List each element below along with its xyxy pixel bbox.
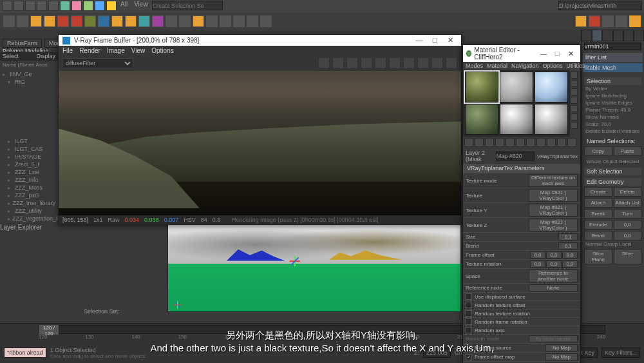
- side-tool[interactable]: [571, 88, 578, 95]
- bevel-button[interactable]: Bevel: [584, 231, 612, 240]
- maximize-button[interactable]: □: [428, 36, 442, 44]
- menu-utilities[interactable]: Utilities: [567, 63, 585, 69]
- param-spinner[interactable]: 0,0: [530, 251, 545, 259]
- side-tool[interactable]: [571, 122, 578, 129]
- modifier-list[interactable]: lifier List: [583, 53, 643, 62]
- ico[interactable]: [616, 15, 627, 27]
- tool-btn[interactable]: [71, 1, 82, 11]
- menu-material[interactable]: Material: [487, 63, 507, 69]
- vray-titlebar[interactable]: V-Ray Frame Buffer - [200,0% of 798 x 39…: [59, 35, 461, 46]
- tree-item[interactable]: ▸ZZZ_tree_library: [1, 199, 57, 207]
- layer-explorer-tab[interactable]: Layer Explorer: [0, 224, 58, 231]
- ico[interactable]: [3, 15, 15, 27]
- type-label[interactable]: VRayTriplanarTex: [537, 153, 578, 159]
- opt[interactable]: Ignore Visible Edges: [584, 99, 641, 106]
- menu-file[interactable]: File: [62, 47, 73, 54]
- ico[interactable]: [233, 15, 245, 27]
- map-name-input[interactable]: [496, 152, 535, 161]
- ico[interactable]: [71, 15, 82, 27]
- param-dropdown[interactable]: Different texture on each axis: [529, 174, 578, 187]
- menu-image[interactable]: Image: [107, 47, 125, 54]
- vfb-tool[interactable]: [431, 57, 443, 69]
- extrude-spinner[interactable]: 0,0: [614, 220, 642, 230]
- opt[interactable]: By Vertex: [584, 85, 641, 92]
- tool-btn[interactable]: [106, 1, 117, 11]
- menu-modes[interactable]: Modes: [466, 63, 483, 69]
- param-spinner[interactable]: 0,1: [558, 233, 578, 240]
- param-spinner[interactable]: 0,1: [558, 242, 578, 250]
- bevel-spinner[interactable]: 0,0: [614, 231, 642, 240]
- param-dropdown[interactable]: Reference to another node: [529, 270, 578, 282]
- tree-item[interactable]: ▸ILGT_CAS: [1, 145, 57, 153]
- ico[interactable]: [98, 15, 109, 27]
- material-slot[interactable]: [500, 72, 533, 103]
- side-tool[interactable]: [571, 113, 578, 121]
- ico[interactable]: [44, 15, 55, 27]
- material-slot[interactable]: [500, 104, 533, 135]
- minimize-button[interactable]: —: [412, 36, 426, 44]
- render-view[interactable]: [59, 71, 461, 215]
- menu-navigation[interactable]: Navigation: [511, 63, 539, 69]
- copy-button[interactable]: Copy: [584, 146, 612, 156]
- mat-tool-btn[interactable]: [547, 138, 556, 147]
- param-button[interactable]: None: [529, 284, 578, 291]
- vfb-tool[interactable]: [375, 57, 386, 69]
- rollout-soft-selection[interactable]: Soft Selection: [584, 168, 641, 175]
- selection-set-input[interactable]: [152, 1, 223, 10]
- object-name-input[interactable]: [584, 43, 641, 50]
- delete-button[interactable]: Delete: [614, 187, 642, 197]
- mat-tool-btn[interactable]: [464, 138, 473, 147]
- tool-btn[interactable]: [14, 1, 24, 11]
- vfb-tool[interactable]: [361, 57, 372, 69]
- checkbox[interactable]: ✓: [466, 354, 472, 360]
- channel-dropdown[interactable]: diffuseFilter: [62, 58, 133, 68]
- vfb-tool[interactable]: [389, 57, 401, 69]
- checkbox[interactable]: [466, 310, 472, 317]
- attach-button[interactable]: Attach: [584, 198, 612, 208]
- ico[interactable]: [220, 15, 231, 27]
- vfb-tool[interactable]: [446, 57, 457, 69]
- material-slot[interactable]: [465, 72, 498, 103]
- tab-create[interactable]: [582, 30, 592, 41]
- transform-gizmo[interactable]: [285, 256, 305, 275]
- project-path-input[interactable]: [558, 1, 642, 10]
- local-radio[interactable]: Local: [619, 241, 631, 247]
- tool-btn[interactable]: [83, 1, 93, 11]
- tree-item[interactable]: ▸ZZZ_Info: [1, 176, 57, 184]
- tab-display[interactable]: [623, 30, 634, 41]
- group-radio[interactable]: Group: [603, 241, 618, 247]
- tree-item[interactable]: ▸!LGT: [1, 137, 57, 145]
- opt[interactable]: Show Normals: [584, 113, 641, 121]
- rollout-header[interactable]: VRayTriplanarTex Parameters: [463, 164, 580, 173]
- display-tab[interactable]: Display: [36, 53, 55, 59]
- tab-utilities[interactable]: [634, 30, 644, 41]
- extrude-button[interactable]: Extrude: [584, 220, 612, 230]
- param-button[interactable]: Map #821 ( VRayColor ): [529, 189, 578, 202]
- tab-motion[interactable]: [613, 30, 623, 41]
- fx-icon[interactable]: [629, 15, 641, 27]
- mat-tool-btn[interactable]: [516, 138, 525, 147]
- mat-tool-btn[interactable]: [557, 138, 566, 147]
- side-tool[interactable]: [571, 80, 578, 87]
- opt[interactable]: Scale: 20,0: [584, 121, 641, 128]
- tool-btn[interactable]: [37, 1, 47, 11]
- tree-item[interactable]: ▾RIG: [1, 78, 57, 86]
- vfb-tool[interactable]: [417, 57, 429, 69]
- break-button[interactable]: Break: [584, 209, 612, 219]
- vfb-tool[interactable]: [318, 57, 330, 69]
- vfb-tool[interactable]: [403, 57, 415, 69]
- maximize-button[interactable]: □: [551, 50, 564, 58]
- minimize-button[interactable]: —: [537, 50, 550, 58]
- mat-tool-btn[interactable]: [526, 138, 535, 147]
- param-button[interactable]: No Map: [545, 344, 578, 351]
- tree-item[interactable]: ▸ZZZ_Lxel: [1, 168, 57, 176]
- side-tool[interactable]: [571, 97, 578, 104]
- ico[interactable]: [589, 15, 600, 27]
- mat-tool-btn[interactable]: [506, 138, 515, 147]
- stack-item[interactable]: litable Mesh: [583, 63, 643, 72]
- close-button[interactable]: ✕: [564, 50, 577, 58]
- ico[interactable]: [138, 15, 150, 27]
- listener-output[interactable]: "ribbon alread: [4, 348, 46, 358]
- perspective-viewport[interactable]: [167, 215, 461, 312]
- tool-btn[interactable]: [95, 1, 105, 11]
